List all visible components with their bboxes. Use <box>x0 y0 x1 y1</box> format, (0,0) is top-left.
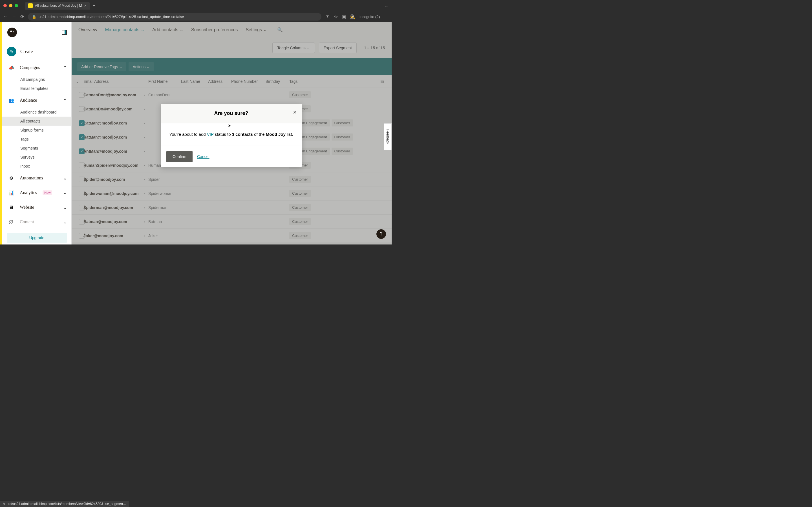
panel-icon[interactable]: ▣ <box>342 14 346 19</box>
sub-audience-dashboard[interactable]: Audience dashboard <box>2 108 71 117</box>
chevron-down-icon: ⌄ <box>63 205 67 210</box>
brand-stripe <box>0 22 2 244</box>
nav-website[interactable]: 🖥 Website ⌄ <box>2 200 71 215</box>
megaphone-icon: 📣 <box>7 63 16 72</box>
chevron-down-icon: ⌄ <box>63 175 67 181</box>
modal-body: You're about to add VIP status to 3 cont… <box>161 123 302 146</box>
reload-button[interactable]: ⟳ <box>20 14 24 19</box>
lock-icon: 🔒 <box>32 15 36 19</box>
minimize-window-icon[interactable] <box>9 4 12 7</box>
pencil-icon: ✎ <box>7 47 16 56</box>
bookmark-icon[interactable]: ☆ <box>334 14 338 19</box>
website-icon: 🖥 <box>7 203 16 212</box>
people-icon: 👥 <box>7 96 16 105</box>
create-button[interactable]: ✎ Create <box>2 43 71 60</box>
svg-point-2 <box>13 31 14 33</box>
svg-point-0 <box>7 27 17 37</box>
close-tab-icon[interactable]: × <box>84 3 87 8</box>
chevron-down-icon: ⌄ <box>63 190 67 195</box>
tabs-overflow-icon[interactable]: ⌄ <box>385 3 388 8</box>
tab-title: All subscribers of Mood Joy | M <box>35 4 82 8</box>
close-icon[interactable]: × <box>293 109 297 116</box>
incognito-icon: 🕵 <box>350 14 356 19</box>
nav-content[interactable]: 🖼 Content ⌄ <box>2 215 71 229</box>
browser-tab[interactable]: All subscribers of Mood Joy | M × <box>25 2 90 10</box>
vip-link[interactable]: VIP <box>207 132 214 136</box>
chart-icon: 📊 <box>7 188 16 197</box>
browser-toolbar: ← → ⟳ 🔒 us21.admin.mailchimp.com/lists/m… <box>0 11 392 22</box>
chevron-up-icon: ⌃ <box>63 65 67 70</box>
new-tab-button[interactable]: + <box>93 3 95 8</box>
forward-button: → <box>12 14 16 19</box>
chevron-up-icon: ⌃ <box>63 98 67 103</box>
chevron-down-icon: ⌄ <box>63 219 67 225</box>
feedback-tab[interactable]: Feedback <box>384 123 392 150</box>
automation-icon: ⚙ <box>7 173 16 182</box>
svg-point-1 <box>10 31 12 32</box>
modal-title: Are you sure? <box>214 110 248 116</box>
sub-inbox[interactable]: Inbox <box>2 162 71 171</box>
window-controls <box>3 4 18 7</box>
sub-tags[interactable]: Tags <box>2 135 71 144</box>
nav-automations[interactable]: ⚙ Automations ⌄ <box>2 171 71 185</box>
new-badge: New <box>43 190 52 195</box>
collapse-sidebar-icon[interactable] <box>62 30 67 35</box>
close-window-icon[interactable] <box>3 4 7 7</box>
sub-all-campaigns[interactable]: All campaigns <box>2 75 71 84</box>
maximize-window-icon[interactable] <box>15 4 18 7</box>
back-button[interactable]: ← <box>3 14 8 19</box>
mailchimp-logo-icon[interactable] <box>7 27 17 38</box>
sub-signup-forms[interactable]: Signup forms <box>2 126 71 135</box>
browser-tab-bar: All subscribers of Mood Joy | M × + ⌄ <box>0 0 392 11</box>
url-text: us21.admin.mailchimp.com/lists/members/?… <box>39 15 184 19</box>
nav-campaigns[interactable]: 📣 Campaigns ⌃ <box>2 60 71 75</box>
cursor-icon: ➤ <box>228 123 231 128</box>
upgrade-button[interactable]: Upgrade <box>7 233 67 243</box>
cancel-button[interactable]: Cancel <box>197 154 209 159</box>
create-label: Create <box>20 49 33 54</box>
sub-all-contacts[interactable]: All contacts <box>2 117 71 126</box>
sub-surveys[interactable]: Surveys <box>2 153 71 162</box>
menu-icon[interactable]: ⋮ <box>384 14 388 19</box>
address-bar[interactable]: 🔒 us21.admin.mailchimp.com/lists/members… <box>28 13 321 20</box>
content-icon: 🖼 <box>7 217 16 226</box>
sub-segments[interactable]: Segments <box>2 144 71 153</box>
sub-email-templates[interactable]: Email templates <box>2 84 71 93</box>
help-button[interactable]: ? <box>376 229 386 239</box>
sidebar: ✎ Create 📣 Campaigns ⌃ All campaigns Ema… <box>2 22 71 244</box>
favicon-icon <box>28 3 33 8</box>
eye-off-icon[interactable]: 👁 <box>325 14 330 19</box>
confirm-button[interactable]: Confirm <box>166 151 193 162</box>
confirm-modal: Are you sure? × You're about to add VIP … <box>161 104 302 167</box>
nav-audience[interactable]: 👥 Audience ⌃ <box>2 93 71 108</box>
incognito-label: Incognito (2) <box>359 15 380 19</box>
nav-analytics[interactable]: 📊 Analytics New ⌄ <box>2 185 71 200</box>
